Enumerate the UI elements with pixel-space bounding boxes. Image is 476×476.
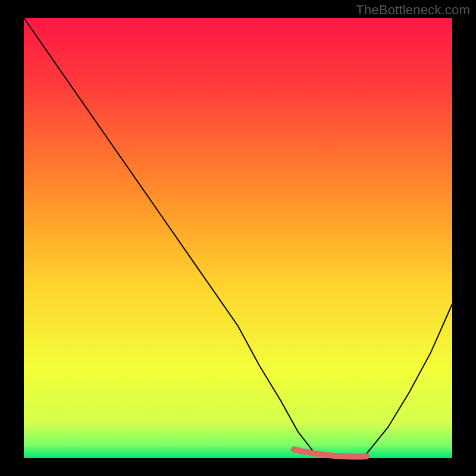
plot-background bbox=[24, 18, 452, 458]
bottleneck-chart bbox=[0, 0, 476, 476]
watermark-label: TheBottleneck.com bbox=[356, 2, 470, 18]
chart-container: TheBottleneck.com bbox=[0, 0, 476, 476]
